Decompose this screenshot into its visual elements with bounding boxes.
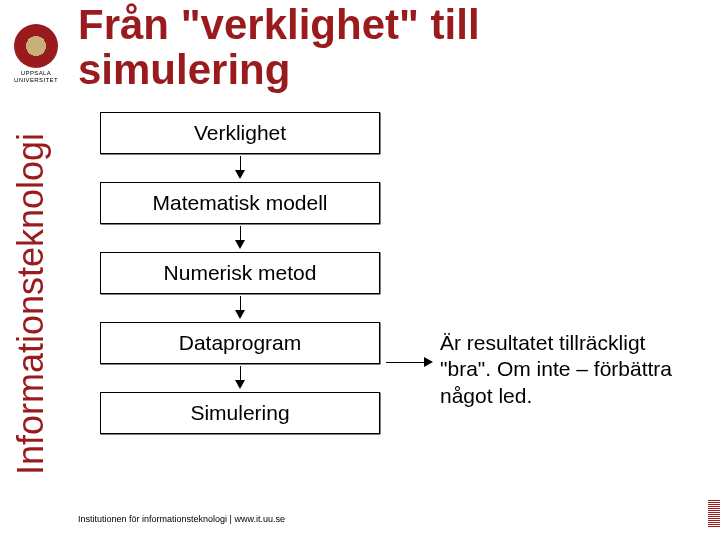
logo-text-line2: UNIVERSITET: [14, 77, 58, 84]
flow-step-matematisk-modell: Matematisk modell: [100, 182, 380, 224]
logo-seal-icon: [14, 24, 58, 68]
flow-diagram: Verklighet Matematisk modell Numerisk me…: [100, 112, 380, 434]
slide-title: Från "verklighet" till simulering: [78, 2, 700, 93]
vertical-label-container: Informationsteknologi: [0, 104, 62, 504]
logo-text-line1: UPPSALA: [14, 70, 58, 77]
annotation-text: Är resultatet tillräckligt "bra". Om int…: [440, 330, 702, 409]
arrow-down-icon: [100, 294, 380, 322]
flow-step-verklighet: Verklighet: [100, 112, 380, 154]
footer-text: Institutionen för informationsteknologi …: [78, 514, 285, 524]
university-logo: UPPSALA UNIVERSITET: [14, 24, 58, 84]
flow-step-simulering: Simulering: [100, 392, 380, 434]
arrow-down-icon: [100, 364, 380, 392]
flow-step-dataprogram: Dataprogram: [100, 322, 380, 364]
arrow-down-icon: [100, 224, 380, 252]
arrow-down-icon: [100, 154, 380, 182]
decorative-band: [708, 500, 720, 528]
flow-step-numerisk-metod: Numerisk metod: [100, 252, 380, 294]
slide: UPPSALA UNIVERSITET Från "verklighet" ti…: [0, 0, 720, 540]
vertical-label: Informationsteknologi: [10, 133, 52, 475]
